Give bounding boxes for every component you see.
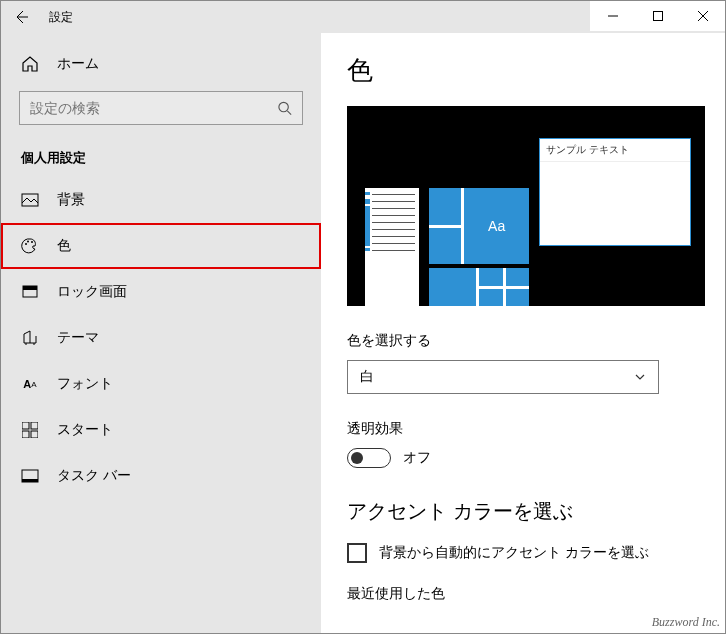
taskbar-icon (21, 467, 39, 485)
sidebar-item-label: フォント (57, 375, 113, 393)
preview-aa: Aa (464, 188, 529, 264)
page-title: 色 (347, 53, 699, 88)
minimize-icon (608, 11, 618, 21)
svg-rect-8 (22, 422, 29, 429)
sidebar-item-label: 色 (57, 237, 71, 255)
sidebar-home-label: ホーム (57, 55, 99, 73)
svg-point-3 (25, 243, 27, 245)
window-title: 設定 (49, 9, 73, 26)
maximize-icon (653, 11, 663, 21)
start-icon (21, 421, 39, 439)
search-box[interactable] (19, 91, 303, 125)
minimize-button[interactable] (590, 1, 635, 31)
sidebar-item-label: スタート (57, 421, 113, 439)
home-icon (21, 55, 39, 73)
theme-icon (21, 329, 39, 347)
svg-point-5 (31, 241, 33, 243)
preview-sample-window: サンプル テキスト (539, 138, 691, 246)
sidebar-item-themes[interactable]: テーマ (1, 315, 321, 361)
sidebar-item-background[interactable]: 背景 (1, 177, 321, 223)
sidebar-item-taskbar[interactable]: タスク バー (1, 453, 321, 499)
auto-accent-label: 背景から自動的にアクセント カラーを選ぶ (379, 544, 649, 562)
font-icon: AA (21, 375, 39, 393)
search-input[interactable] (30, 100, 277, 116)
preview-document (365, 188, 419, 306)
maximize-button[interactable] (635, 1, 680, 31)
transparency-state: オフ (403, 449, 431, 467)
sidebar-item-start[interactable]: スタート (1, 407, 321, 453)
svg-rect-9 (31, 422, 38, 429)
chevron-down-icon (634, 371, 646, 383)
watermark: Buzzword Inc. (652, 615, 720, 630)
transparency-label: 透明効果 (347, 420, 699, 438)
close-button[interactable] (680, 1, 725, 31)
svg-point-4 (27, 241, 29, 243)
recent-colors-label: 最近使用した色 (347, 585, 699, 603)
preview-sample-text: サンプル テキスト (540, 139, 690, 162)
accent-color-title: アクセント カラーを選ぶ (347, 498, 699, 525)
color-select-label: 色を選択する (347, 332, 699, 350)
svg-point-1 (279, 102, 288, 111)
svg-rect-7 (23, 286, 37, 290)
svg-rect-0 (653, 12, 662, 21)
color-select-value: 白 (360, 368, 374, 386)
svg-rect-10 (22, 431, 29, 438)
toggle-knob (351, 452, 363, 464)
sidebar-home[interactable]: ホーム (1, 43, 321, 85)
sidebar-category: 個人用設定 (1, 135, 321, 177)
sidebar-item-label: タスク バー (57, 467, 131, 485)
back-button[interactable] (13, 9, 29, 25)
color-preview: Aa サンプル テキスト (347, 106, 705, 306)
sidebar-item-label: 背景 (57, 191, 85, 209)
sidebar-item-colors[interactable]: 色 (1, 223, 321, 269)
close-icon (698, 11, 708, 21)
sidebar-item-label: ロック画面 (57, 283, 127, 301)
arrow-left-icon (13, 9, 29, 25)
auto-accent-checkbox[interactable] (347, 543, 367, 563)
color-select-dropdown[interactable]: 白 (347, 360, 659, 394)
lockscreen-icon (21, 283, 39, 301)
transparency-toggle[interactable] (347, 448, 391, 468)
sidebar-item-label: テーマ (57, 329, 99, 347)
svg-rect-13 (22, 479, 38, 482)
sidebar-item-lockscreen[interactable]: ロック画面 (1, 269, 321, 315)
main-content: 色 (321, 33, 725, 633)
sidebar-item-fonts[interactable]: AA フォント (1, 361, 321, 407)
sidebar: ホーム 個人用設定 背景 色 (1, 33, 321, 633)
search-icon (277, 100, 292, 116)
svg-rect-11 (31, 431, 38, 438)
image-icon (21, 191, 39, 209)
titlebar: 設定 (1, 1, 725, 33)
preview-tiles: Aa (429, 188, 529, 306)
palette-icon (21, 237, 39, 255)
